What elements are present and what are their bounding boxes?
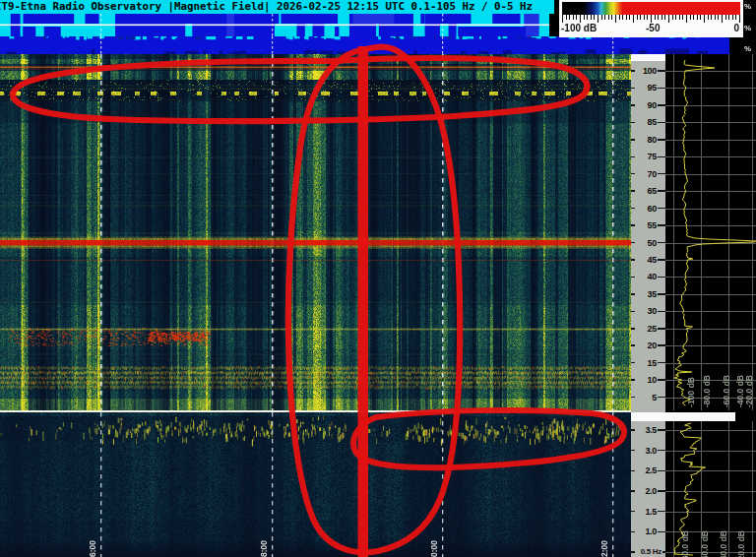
tick-mark-left: [631, 511, 635, 513]
freq-tick-row: 55: [631, 221, 665, 230]
tick-mark-right: [658, 470, 665, 472]
freq-tick-row: 45: [631, 255, 665, 264]
freq-tick-row: 100: [631, 67, 665, 76]
freq-tick-row: 90: [631, 100, 665, 109]
spectrogram-canvas-upper: [0, 54, 631, 410]
freq-tick-row: 15: [631, 358, 665, 367]
tick-mark-right: [658, 429, 665, 431]
db-axis-label: -20.0 dB: [744, 375, 754, 407]
tick-mark-right: [658, 190, 665, 192]
tick-mark-left: [631, 122, 635, 124]
activity-strip-lower: [0, 36, 729, 54]
tick-mark-left: [631, 531, 635, 533]
tick-mark-right: [658, 259, 665, 261]
tick-mark-right: [658, 344, 665, 346]
right-panel-mid-bar: [631, 412, 735, 421]
tick-mark-left: [631, 362, 635, 364]
time-axis-label: 18:00: [259, 540, 269, 557]
tick-mark-left: [631, 242, 635, 244]
tick-mark-right: [658, 450, 665, 452]
colorbar-gradient: [562, 2, 740, 15]
db-axis-label: -40.0 dB: [719, 530, 728, 557]
tick-mark-left: [631, 490, 635, 492]
freq-tick-label: 30: [648, 306, 657, 316]
freq-tick-row: 60: [631, 204, 665, 213]
freq-tick-label: 35: [648, 289, 657, 299]
tick-mark-left: [631, 397, 635, 399]
freq-tick-row: 35: [631, 289, 665, 298]
title-bar: IT9-Etna Radio Observatory |Magnetic Fie…: [0, 0, 554, 14]
freq-tick-label: 3.5: [645, 425, 657, 435]
tick-mark-left: [631, 88, 635, 90]
db-axis-label: -80.0 dB: [702, 375, 712, 407]
tick-mark-left: [631, 104, 635, 106]
tick-mark-right: [658, 173, 665, 175]
freq-tick-label: 70: [648, 169, 657, 179]
freq-tick-row: 1.0: [631, 527, 665, 536]
freq-tick-label: 10: [648, 375, 657, 385]
spectrum-plot-upper-canvas: [665, 54, 756, 410]
tick-mark-left: [631, 293, 635, 295]
tick-mark-left: [631, 190, 635, 192]
freq-tick-label: 55: [648, 220, 657, 230]
freq-tick-row: 95: [631, 84, 665, 93]
freq-tick-label: 2.5: [645, 465, 657, 475]
db-axis-label: -20.0 dB: [736, 530, 746, 557]
freq-tick-label: 100: [643, 66, 657, 76]
freq-tick-label: 65: [648, 186, 657, 196]
tick-mark-left: [631, 344, 635, 346]
db-axis-label: -80.0 dB: [680, 530, 690, 557]
tick-mark-left: [631, 224, 635, 226]
tick-mark-left: [631, 139, 635, 141]
tick-mark-right: [658, 156, 665, 158]
spectrogram-panel-lower: 16:0018:0020:0022:00: [0, 412, 631, 557]
tick-mark-right: [658, 397, 665, 399]
percent-symbol: %: [744, 44, 756, 53]
freq-tick-label: 1.0: [645, 526, 657, 536]
freq-tick-label: 95: [648, 83, 657, 93]
freq-tick-label: 1.5: [645, 507, 657, 517]
tick-mark-right: [658, 139, 665, 141]
tick-mark-left: [631, 470, 635, 472]
spectrum-plot-upper: -100 dB-80.0 dB-60.0 dB-40.0 dB-20.0 dB: [665, 54, 756, 410]
freq-tick-label: 3.0: [645, 446, 657, 456]
freq-tick-label: 45: [648, 255, 657, 265]
colorbar-label-min: -100 dB: [561, 23, 597, 33]
tick-mark-right: [658, 277, 665, 278]
tick-mark-right: [658, 490, 665, 492]
freq-tick-label: 2.0: [645, 486, 657, 496]
freq-tick-row: 2.0: [631, 486, 665, 495]
tick-mark-right: [658, 531, 665, 533]
colorbar-box: -100 dB -50 0: [559, 0, 743, 37]
tick-mark-left: [631, 156, 635, 158]
freq-tick-label: 75: [648, 152, 657, 161]
tick-mark-left: [631, 208, 635, 210]
tick-mark-right: [658, 208, 665, 210]
tick-mark-left: [631, 551, 635, 553]
tick-mark-left: [631, 173, 635, 175]
freq-tick-row: 1.5: [631, 507, 665, 516]
time-axis-label: 22:00: [599, 540, 609, 557]
tick-mark-right: [658, 311, 665, 313]
freq-tick-label: 15: [648, 358, 657, 368]
percent-symbol: %: [744, 2, 756, 11]
db-axis-label: -60.0 dB: [700, 530, 710, 557]
freq-tick-row: 2.5: [631, 466, 665, 475]
tick-mark-left: [631, 259, 635, 261]
tick-mark-left: [631, 328, 635, 330]
tick-mark-right: [658, 242, 665, 244]
tick-mark-right: [658, 104, 665, 106]
tick-mark-left: [631, 450, 635, 452]
freq-tick-row: 5: [631, 393, 665, 402]
freq-tick-row: 65: [631, 187, 665, 196]
tick-mark-left: [631, 311, 635, 313]
freq-tick-row: 50: [631, 238, 665, 247]
freq-tick-label: 20: [648, 340, 657, 350]
frequency-axis-strip: 1009590858075706560555045403530252015105…: [631, 54, 665, 557]
spectrogram-canvas-lower: [0, 412, 631, 557]
spectrum-plot-lower: -80.0 dB-60.0 dB-40.0 dB-20.0 dB: [665, 421, 756, 557]
time-axis-label: 16:00: [88, 540, 97, 557]
freq-tick-label: 60: [648, 204, 657, 214]
tick-mark-right: [658, 362, 665, 364]
freq-tick-row: 10: [631, 376, 665, 385]
